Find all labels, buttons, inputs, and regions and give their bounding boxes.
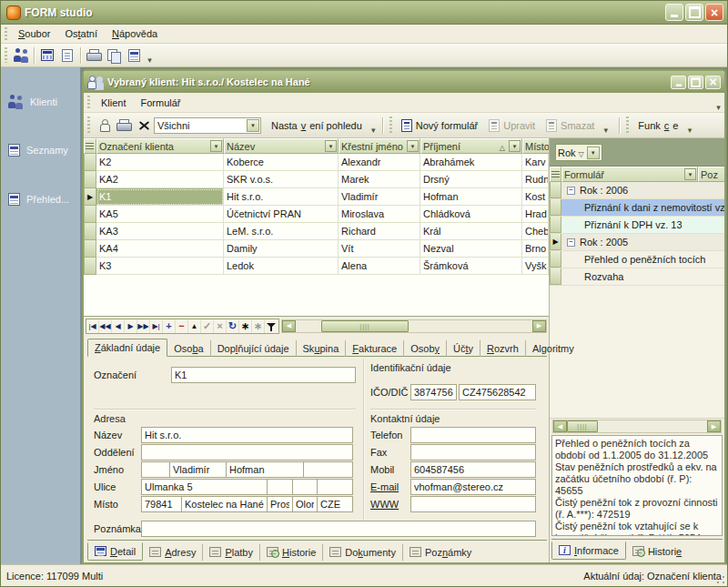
column-filter-icon[interactable] <box>509 140 521 152</box>
okres-field[interactable] <box>267 496 293 512</box>
grid-row[interactable]: KA3 LeM. s.r.o. Richard Král Cheb <box>84 223 549 240</box>
tree-item-row[interactable]: Rozvaha <box>550 268 724 286</box>
grid-cell[interactable]: LeM. s.r.o. <box>224 223 339 240</box>
ulice-field3[interactable] <box>292 479 318 495</box>
tab-detail[interactable]: Detail <box>87 542 143 561</box>
fax-field[interactable] <box>410 444 536 460</box>
nav-refresh-button[interactable] <box>227 319 239 333</box>
maximize-button[interactable] <box>685 4 703 21</box>
grid-row[interactable]: KA4 Damily Vít Nezval Brno <box>84 240 549 258</box>
grid-cell[interactable]: K3 <box>96 258 224 275</box>
tree-group-row[interactable]: Rok : 2006 <box>550 182 724 199</box>
grid-cell[interactable]: Miroslava <box>339 206 420 223</box>
column-filter-icon[interactable] <box>407 140 419 152</box>
forms-toolbar-overflow-button[interactable] <box>600 116 612 135</box>
scroll-left-button[interactable] <box>553 420 567 432</box>
group-filter-icon[interactable] <box>587 147 600 159</box>
grid-row[interactable]: K3 Ledok Alena Šrámková Vyšk <box>84 258 549 275</box>
sidebar-item-prehled[interactable]: Přehled... <box>8 193 69 206</box>
menubar-grip[interactable] <box>5 27 7 40</box>
print-icon[interactable] <box>84 46 104 65</box>
funkce-button[interactable]: Funkce <box>632 117 683 134</box>
tab-rozvrh[interactable]: Rozvrh <box>480 340 526 357</box>
tree-item-row[interactable]: Přiznání k DPH vz. 13 <box>550 217 724 234</box>
new-form-button[interactable]: Nový formulář <box>396 116 483 135</box>
sidebar-item-seznamy[interactable]: Seznamy <box>8 144 68 157</box>
column-header-oznaceni[interactable]: Označení klienta <box>96 138 224 154</box>
collapse-icon[interactable] <box>567 238 575 247</box>
grid-cell[interactable]: K2 <box>96 154 224 171</box>
grid-row[interactable]: K2 Koberce Alexandr Abrahámek Karv <box>84 154 549 171</box>
column-header-poz[interactable]: Poz <box>698 167 724 182</box>
row-indicator[interactable] <box>84 171 96 188</box>
tab-skupina[interactable]: Skupina <box>297 340 347 357</box>
krestni-field[interactable] <box>169 461 227 478</box>
grid-cell[interactable]: Abrahámek <box>420 154 522 171</box>
nav-insert-button[interactable] <box>163 319 176 333</box>
stat-field[interactable] <box>317 496 353 512</box>
filter-funnel-icon[interactable] <box>265 319 278 333</box>
tab-zakladni-udaje[interactable]: Základní údaje <box>87 339 167 357</box>
grid-cell[interactable]: Šrámková <box>420 258 522 275</box>
row-indicator[interactable] <box>84 258 96 275</box>
www-link-label[interactable]: WWW <box>370 497 399 512</box>
column-header-krestni[interactable]: Křestní jméno <box>339 138 420 154</box>
row-indicator[interactable] <box>550 182 561 198</box>
tab-historie[interactable]: Historie <box>260 544 323 561</box>
row-indicator[interactable] <box>550 199 561 216</box>
column-filter-icon[interactable] <box>684 168 696 180</box>
grid-corner-button[interactable] <box>84 138 96 154</box>
www-field[interactable] <box>410 496 536 512</box>
tab-poznamky[interactable]: Poznámky <box>403 544 478 561</box>
column-header-misto[interactable]: Místo <box>522 138 549 154</box>
psc-field[interactable] <box>141 496 182 512</box>
dic-field[interactable] <box>459 384 536 400</box>
grid-cell[interactable]: Vít <box>339 240 420 258</box>
nav-prior-button[interactable] <box>112 319 125 333</box>
scroll-right-button[interactable] <box>532 320 546 332</box>
grid-cell[interactable]: Hofman <box>420 188 522 206</box>
grid-cell[interactable]: Alena <box>339 258 420 275</box>
grid-cell[interactable]: Král <box>420 223 522 240</box>
combobox-dropdown-icon[interactable] <box>247 119 259 132</box>
telefon-field[interactable] <box>410 427 536 443</box>
app-titlebar[interactable]: FORM studio <box>1 1 727 25</box>
tab-doplnujici-udaje[interactable]: Doplňující údaje <box>211 340 297 357</box>
grid-cell[interactable]: KA2 <box>96 171 224 188</box>
group-by-chip-rok[interactable]: Rok <box>555 144 602 161</box>
tab-osoba[interactable]: Osoba <box>167 340 210 357</box>
grid-cell[interactable]: Hrad <box>522 206 549 223</box>
grid-row[interactable]: KA2 SKR v.o.s. Marek Drsný Rudn <box>84 171 549 188</box>
grid-cell-selected[interactable]: K1 <box>96 188 224 206</box>
nav-first-button[interactable] <box>86 319 99 333</box>
client-toolbar-grip[interactable] <box>87 116 90 134</box>
clients-icon[interactable] <box>11 46 31 65</box>
forms-corner-button[interactable] <box>550 167 561 182</box>
nav-last-button[interactable] <box>150 319 163 333</box>
row-indicator[interactable] <box>550 268 561 285</box>
column-header-formular[interactable]: Formulář <box>561 167 698 182</box>
email-link-label[interactable]: E-mail <box>370 480 399 495</box>
close-button[interactable] <box>705 4 723 21</box>
nav-next-button[interactable] <box>125 319 137 333</box>
grid-cell[interactable]: Damily <box>224 240 339 258</box>
grid-cell[interactable]: Drsný <box>420 171 522 188</box>
email-field[interactable] <box>410 479 536 495</box>
ulice-field[interactable] <box>141 479 268 495</box>
client-toolbar-overflow-button[interactable] <box>368 116 379 135</box>
tab-dokumenty[interactable]: Dokumenty <box>323 544 403 561</box>
grid-cell[interactable]: Vyšk <box>522 258 549 275</box>
menu-ostatni[interactable]: Ostatní <box>57 26 104 41</box>
kraj-field[interactable] <box>292 496 318 512</box>
mobil-field[interactable] <box>410 461 536 478</box>
client-menubar-grip[interactable] <box>87 96 90 109</box>
column-header-prijmeni[interactable]: Příjmení <box>420 138 522 154</box>
grid-row[interactable]: KA5 Účetnictví PRAN Miroslava Chládková … <box>84 206 549 223</box>
grid-cell[interactable]: Kost <box>522 188 549 206</box>
menu-formular[interactable]: Formulář <box>134 96 188 110</box>
titul-za-field[interactable] <box>303 461 353 478</box>
client-maximize-button[interactable] <box>688 76 703 89</box>
nav-edit-button[interactable] <box>188 319 201 333</box>
sidebar-item-klienti[interactable]: Klienti <box>8 95 57 108</box>
grid-cell[interactable]: Marek <box>339 171 420 188</box>
